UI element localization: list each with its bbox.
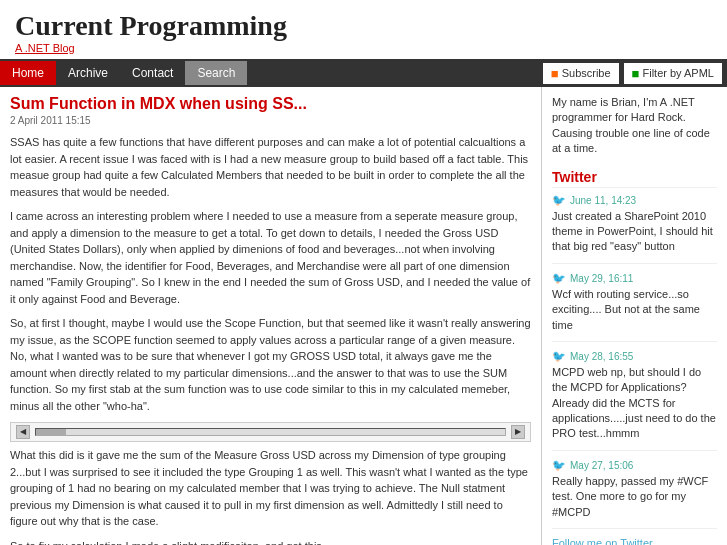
rss-icon: ■: [551, 66, 559, 81]
post-body: SSAS has quite a few functions that have…: [10, 134, 531, 545]
nav-item-home[interactable]: Home: [0, 61, 56, 85]
site-title: Current Programming: [15, 10, 712, 42]
twitter-icon-2: 🐦: [552, 350, 566, 363]
main-content: Sum Function in MDX when using SS... 2 A…: [0, 87, 542, 545]
twitter-entry-3: 🐦 May 27, 15:06 Really happy, passed my …: [552, 459, 717, 529]
scroll-right-btn-1[interactable]: ▶: [511, 425, 525, 439]
nav-item-archive[interactable]: Archive: [56, 61, 120, 85]
filter-label: Filter by APML: [642, 67, 714, 79]
twitter-text-0: Just created a SharePoint 2010 theme in …: [552, 209, 717, 255]
twitter-text-1: Wcf with routing service...so exciting..…: [552, 287, 717, 333]
navbar-right: ■ Subscribe ■ Filter by APML: [538, 63, 727, 84]
post-date: 2 April 2011 15:15: [10, 115, 531, 126]
site-subtitle[interactable]: A .NET Blog: [15, 42, 712, 54]
subscribe-label: Subscribe: [562, 67, 611, 79]
twitter-icon-1: 🐦: [552, 272, 566, 285]
post-title[interactable]: Sum Function in MDX when using SS...: [10, 95, 531, 113]
subscribe-button[interactable]: ■ Subscribe: [543, 63, 619, 84]
nav-items: Home Archive Contact Search: [0, 61, 247, 85]
sidebar-intro: My name is Brian, I'm A .NET programmer …: [552, 95, 717, 157]
twitter-date-3: 🐦 May 27, 15:06: [552, 459, 717, 472]
navbar: Home Archive Contact Search ■ Subscribe …: [0, 59, 727, 87]
scroll-left-btn-1[interactable]: ◀: [16, 425, 30, 439]
twitter-entry-1: 🐦 May 29, 16:11 Wcf with routing service…: [552, 272, 717, 342]
nav-item-search[interactable]: Search: [185, 61, 247, 85]
paragraph-1: SSAS has quite a few functions that have…: [10, 134, 531, 200]
code-block-1[interactable]: ◀ ▶: [10, 422, 531, 442]
twitter-entry-0: 🐦 June 11, 14:23 Just created a SharePoi…: [552, 194, 717, 264]
paragraph-3: So, at first I thought, maybe I would us…: [10, 315, 531, 414]
sidebar: My name is Brian, I'm A .NET programmer …: [542, 87, 727, 545]
twitter-date-0: 🐦 June 11, 14:23: [552, 194, 717, 207]
filter-button[interactable]: ■ Filter by APML: [624, 63, 722, 84]
paragraph-4: What this did is it gave me the sum of t…: [10, 447, 531, 530]
scroll-track-1[interactable]: [35, 428, 506, 436]
content-area: Sum Function in MDX when using SS... 2 A…: [0, 87, 727, 545]
twitter-icon-3: 🐦: [552, 459, 566, 472]
twitter-icon-0: 🐦: [552, 194, 566, 207]
nav-item-contact[interactable]: Contact: [120, 61, 185, 85]
twitter-entry-2: 🐦 May 28, 16:55 MCPD web np, but should …: [552, 350, 717, 451]
twitter-text-2: MCPD web np, but should I do the MCPD fo…: [552, 365, 717, 442]
filter-icon: ■: [632, 66, 640, 81]
paragraph-5: So to fix my calculation I made a slight…: [10, 538, 531, 546]
twitter-date-1: 🐦 May 29, 16:11: [552, 272, 717, 285]
paragraph-2: I came across an interesting problem whe…: [10, 208, 531, 307]
twitter-section-title: Twitter: [552, 169, 717, 188]
twitter-text-3: Really happy, passed my #WCF test. One m…: [552, 474, 717, 520]
twitter-date-2: 🐦 May 28, 16:55: [552, 350, 717, 363]
follow-twitter-link[interactable]: Follow me on Twitter: [552, 537, 717, 545]
